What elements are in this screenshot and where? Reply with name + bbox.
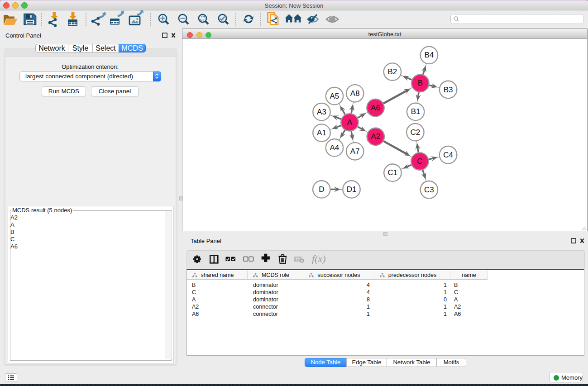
svg-text:D1: D1	[347, 185, 357, 194]
svg-text:A1: A1	[317, 129, 326, 137]
svg-text:A5: A5	[330, 92, 339, 100]
svg-text:f(x): f(x)	[312, 253, 326, 264]
svg-text:A6: A6	[371, 104, 380, 112]
svg-text:C3: C3	[424, 186, 434, 194]
svg-text:D: D	[319, 185, 324, 194]
svg-text:A4: A4	[330, 143, 339, 152]
svg-text:B3: B3	[444, 86, 453, 94]
svg-text:B1: B1	[411, 107, 421, 116]
svg-text:A: A	[347, 118, 353, 127]
svg-text:A3: A3	[317, 108, 326, 116]
svg-text:B4: B4	[425, 51, 434, 59]
svg-text:C2: C2	[411, 128, 421, 137]
svg-text:C: C	[417, 157, 422, 166]
svg-text:B2: B2	[388, 67, 397, 76]
svg-text:A7: A7	[350, 147, 360, 156]
svg-text:A8: A8	[350, 89, 360, 98]
svg-text:B: B	[418, 79, 423, 87]
svg-text:C4: C4	[443, 151, 453, 159]
svg-text:A2: A2	[371, 132, 380, 141]
svg-text:C1: C1	[388, 168, 398, 177]
